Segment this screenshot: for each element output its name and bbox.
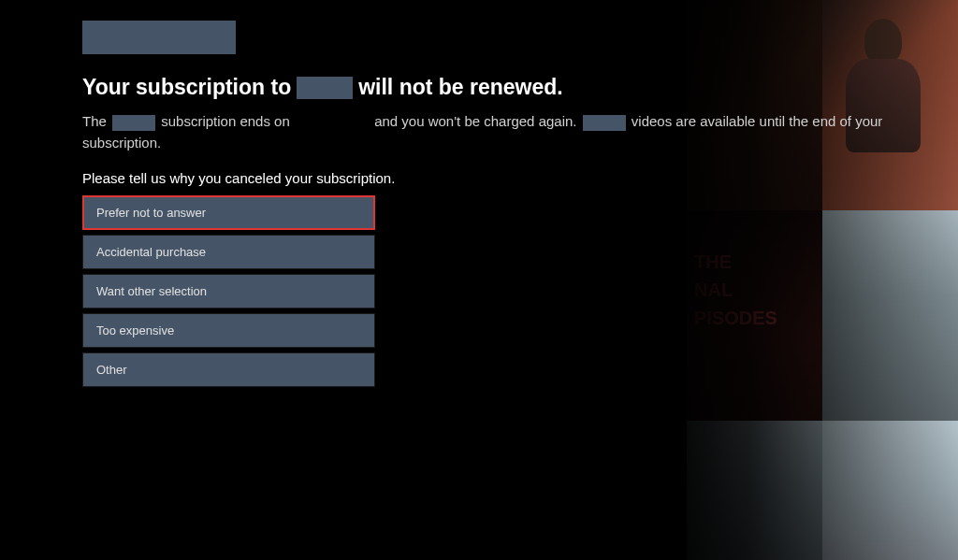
heading-text-part2: will not be renewed. xyxy=(358,75,563,100)
page-title: Your subscription to will not be renewed… xyxy=(82,75,958,100)
survey-question: Please tell us why you canceled your sub… xyxy=(82,170,958,186)
desc-part2: subscription ends on xyxy=(161,113,290,129)
poster-tile xyxy=(687,421,822,560)
redacted-date xyxy=(296,115,369,131)
redacted-service-name xyxy=(112,115,155,131)
survey-options: Prefer not to answer Accidental purchase… xyxy=(82,195,375,387)
option-too-expensive[interactable]: Too expensive xyxy=(82,313,375,348)
redacted-service-name xyxy=(297,77,353,99)
option-prefer-not-answer[interactable]: Prefer not to answer xyxy=(82,195,375,230)
cancellation-description: The subscription ends on and you won't b… xyxy=(82,111,934,153)
option-want-other-selection[interactable]: Want other selection xyxy=(82,274,375,309)
service-logo xyxy=(82,21,236,54)
heading-text-part1: Your subscription to xyxy=(82,75,291,100)
option-other[interactable]: Other xyxy=(82,352,375,387)
desc-part1: The xyxy=(82,113,107,129)
poster-tile xyxy=(822,421,958,560)
redacted-service-name xyxy=(583,115,626,131)
main-content: Your subscription to will not be renewed… xyxy=(0,0,958,387)
desc-part3: and you won't be charged again. xyxy=(374,113,576,129)
option-accidental-purchase[interactable]: Accidental purchase xyxy=(82,235,375,269)
